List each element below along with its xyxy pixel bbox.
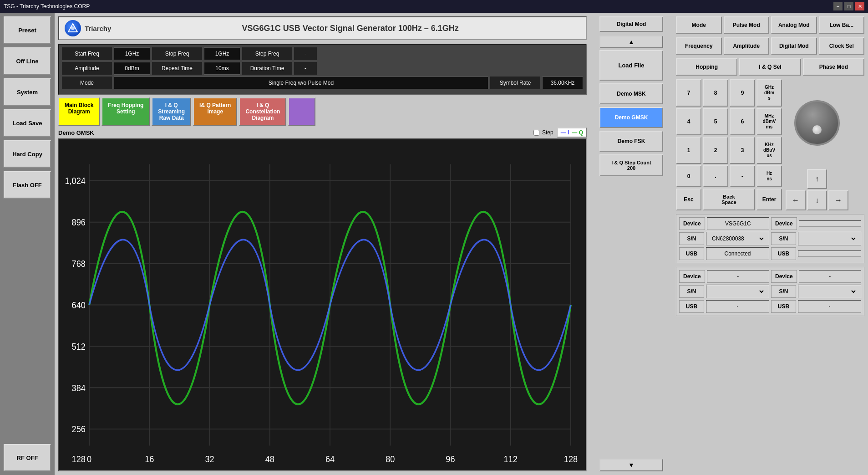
mode-top-btn[interactable]: Mode	[676, 16, 722, 34]
mode-value[interactable]: Single Freq w/o Pulse Mod	[114, 77, 488, 89]
logo-area: Triarchy	[65, 20, 111, 36]
clock-sel-btn[interactable]: Clock Sel	[819, 37, 865, 55]
arrow-right-btn[interactable]: →	[828, 190, 848, 210]
scroll-up-btn[interactable]: ▲	[599, 36, 663, 48]
demo-gmsk-btn[interactable]: Demo GMSK	[599, 107, 663, 128]
key-khz[interactable]: KHz dBuV us	[756, 137, 782, 164]
arrow-pad: ↑ ← ↓ →	[786, 169, 848, 210]
sidebar-item-offline[interactable]: Off Line	[4, 47, 51, 75]
analog-mod-btn[interactable]: Analog Mod	[771, 16, 817, 34]
iq-step-count-btn[interactable]: I & Q Step Count 200	[599, 154, 663, 176]
key-hz[interactable]: Hz ns	[756, 165, 782, 187]
pulse-mod-btn[interactable]: Pulse Mod	[724, 16, 770, 34]
svg-text:1,024: 1,024	[65, 176, 86, 186]
usb2-label: USB	[771, 247, 796, 260]
sidebar-item-flashoff[interactable]: Flash OFF	[4, 171, 51, 199]
hopping-btn[interactable]: Hopping	[676, 58, 737, 76]
amplitude-value[interactable]: 0dBm	[114, 62, 150, 75]
svg-text:640: 640	[72, 300, 86, 310]
svg-text:384: 384	[72, 383, 86, 393]
sn-row-1: S/N CN62800038 S/N	[679, 232, 861, 245]
key-dot[interactable]: .	[703, 165, 728, 187]
duration-time-value[interactable]: -	[294, 62, 317, 75]
key-0[interactable]: 0	[676, 165, 701, 187]
esc-btn[interactable]: Esc	[676, 189, 701, 210]
tab-freq-hopping[interactable]: Freq Hopping Setting	[102, 97, 150, 126]
key-8[interactable]: 8	[703, 79, 728, 107]
demo-msk-btn[interactable]: Demo MSK	[599, 83, 663, 104]
start-freq-value[interactable]: 1GHz	[114, 47, 150, 60]
tab-iq-pattern[interactable]: I& Q Pattern Image	[193, 97, 237, 126]
stop-freq-label: Stop Freq	[152, 47, 202, 60]
sn3-select[interactable]	[710, 288, 765, 295]
sn4-select[interactable]	[802, 288, 857, 295]
usb-row-2: USB - USB -	[679, 300, 861, 313]
arrow-down-btn[interactable]: ↓	[807, 190, 827, 210]
svg-text:Amount:4000: Amount:4000	[516, 470, 571, 470]
frequency-btn[interactable]: Frequency	[676, 37, 722, 55]
step-checkbox[interactable]	[533, 130, 539, 136]
sn1-select[interactable]: CN62800038	[710, 235, 765, 242]
sidebar-item-hardcopy[interactable]: Hard Copy	[4, 140, 51, 168]
key-4[interactable]: 4	[676, 108, 701, 135]
key-6[interactable]: 6	[730, 108, 755, 135]
sidebar-item-preset[interactable]: Preset	[4, 16, 51, 44]
phase-mod-btn[interactable]: Phase Mod	[803, 58, 864, 76]
duration-time-label: Duration Time	[242, 62, 292, 75]
stop-freq-value[interactable]: 1GHz	[204, 47, 240, 60]
minimize-button[interactable]: −	[833, 2, 843, 10]
scroll-down-btn[interactable]: ▼	[599, 459, 663, 471]
tab-main-block[interactable]: Main Block Diagram	[58, 97, 100, 126]
amplitude-btn[interactable]: Amplitude	[724, 37, 770, 55]
device1-value: VSG6G1C	[707, 217, 769, 230]
device4-value: -	[799, 270, 861, 283]
digital-mod-btn[interactable]: Digital Mod	[771, 37, 817, 55]
sn1-value[interactable]: CN62800038	[706, 232, 769, 245]
backspace-btn[interactable]: Back Space	[703, 189, 755, 210]
device3-label: Device	[679, 270, 705, 283]
low-band-btn[interactable]: Low Ba...	[819, 16, 865, 34]
chart-svg: 1,024 896 768 640 512 384 256 128 0 16 3…	[59, 139, 586, 470]
key-5[interactable]: 5	[703, 108, 728, 135]
key-1[interactable]: 1	[676, 137, 701, 164]
sn4-value[interactable]	[798, 285, 861, 298]
demo-fsk-btn[interactable]: Demo FSK	[599, 131, 663, 152]
step-freq-value[interactable]: -	[294, 47, 317, 60]
close-button[interactable]: ✕	[855, 2, 864, 10]
tab-iq-constellation[interactable]: I & Q Constellation Diagram	[239, 97, 286, 126]
app-title-bar: TSG - Triarchy Technologies CORP	[4, 3, 90, 10]
top-buttons-row2: Frequency Amplitude Digital Mod Clock Se…	[676, 37, 864, 55]
key-2[interactable]: 2	[703, 137, 728, 164]
arrow-up-btn[interactable]: ↑	[807, 169, 827, 189]
key-9[interactable]: 9	[730, 79, 755, 107]
usb1-label: USB	[679, 247, 704, 260]
rotary-knob[interactable]	[794, 100, 840, 146]
sn2-select[interactable]	[802, 235, 857, 242]
sn2-value[interactable]	[798, 232, 861, 245]
chart-title: Demo GMSK	[58, 129, 94, 136]
symbol-rate-value[interactable]: 36.00KHz	[542, 77, 583, 89]
sn3-value[interactable]	[706, 285, 769, 298]
keypad-knob-area: 7 8 9 GHz dBm s 4 5 6 MHz dBmV ms 1 2 3	[676, 79, 864, 210]
tab-iq-streaming[interactable]: I & Q Streaming Raw Data	[152, 97, 191, 126]
sidebar-item-rfoff[interactable]: RF OFF	[4, 444, 51, 471]
key-mhz[interactable]: MHz dBmV ms	[756, 108, 782, 135]
load-file-button[interactable]: Load File	[599, 50, 663, 81]
step-freq-label: Step Freq	[242, 47, 292, 60]
sidebar-item-system[interactable]: System	[4, 78, 51, 106]
key-7[interactable]: 7	[676, 79, 701, 107]
digital-mod-top-btn[interactable]: Digital Mod	[599, 16, 663, 32]
key-neg[interactable]: -	[730, 165, 755, 187]
key-ghz[interactable]: GHz dBm s	[756, 79, 782, 107]
iq-legend: — I — Q	[557, 128, 587, 138]
tab-purple[interactable]	[288, 97, 315, 126]
key-3[interactable]: 3	[730, 137, 755, 164]
repeat-time-value[interactable]: 10ms	[204, 62, 240, 75]
symbol-rate-label: Symbol Rate	[490, 77, 540, 89]
arrow-left-btn[interactable]: ←	[786, 190, 806, 210]
enter-btn[interactable]: Enter	[756, 189, 782, 210]
iq-sel-btn[interactable]: I & Q Sel	[739, 58, 801, 76]
maximize-button[interactable]: □	[844, 2, 853, 10]
sidebar-item-loadsave[interactable]: Load Save	[4, 109, 51, 137]
demo-panel: Digital Mod ▲ Load File Demo MSK Demo GM…	[590, 13, 672, 475]
